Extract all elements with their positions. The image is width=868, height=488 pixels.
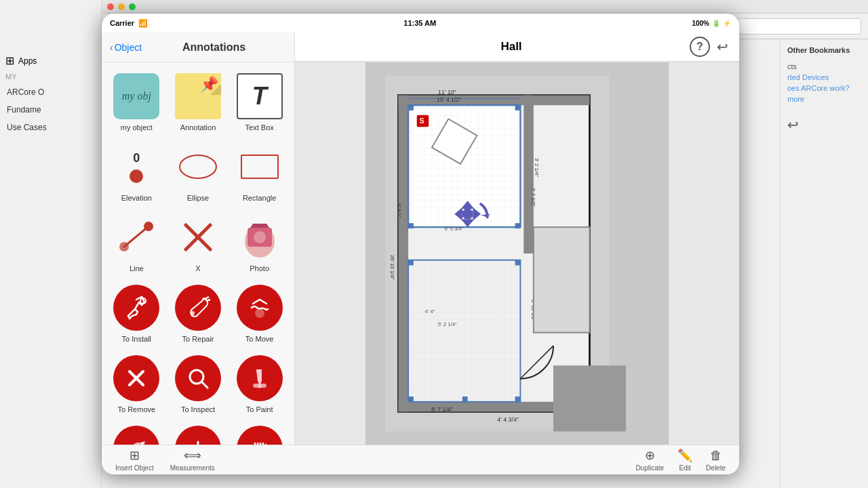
arcore-works-link[interactable]: oes ARCore work? (787, 84, 861, 92)
svg-rect-54 (408, 260, 414, 266)
svg-rect-53 (515, 223, 521, 228)
annotation-text-box[interactable]: T Text Box (230, 68, 289, 136)
measurements-button[interactable]: ⟺ Measurements (170, 448, 215, 472)
line-icon (113, 214, 159, 260)
svg-text:10' 4 1/2": 10' 4 1/2" (437, 96, 461, 103)
annotation-blow-dryer[interactable] (107, 420, 166, 445)
svg-text:4' 4 3/4": 4' 4 3/4" (497, 416, 519, 423)
annotation-photo[interactable]: Photo (230, 209, 289, 277)
pin-icon: 📌 (200, 76, 218, 94)
maximize-button[interactable] (129, 3, 136, 10)
annotation-line[interactable]: Line (107, 209, 166, 277)
svg-text:11' 10": 11' 10" (438, 89, 456, 96)
annotation-to-paint[interactable]: To Paint (230, 350, 289, 418)
undo-button[interactable]: ↩ (787, 117, 799, 133)
svg-point-7 (191, 311, 195, 315)
to-move-icon (237, 285, 283, 331)
rectangle-label: Rectangle (243, 194, 277, 202)
annotation-to-inspect[interactable]: To Inspect (169, 350, 228, 418)
annotation-to-move[interactable]: To Move (230, 279, 289, 347)
svg-point-16 (258, 384, 262, 388)
annotation-to-repair[interactable]: To Repair (169, 279, 228, 347)
photo-label: Photo (250, 264, 269, 272)
status-bar: Carrier 📶 11:35 AM 100% 🔋 ⚡ (102, 14, 739, 33)
undo-icon[interactable]: ↩ (717, 39, 728, 55)
annotation-to-remove[interactable]: To Remove (107, 350, 166, 418)
annotation-comb[interactable] (230, 420, 289, 445)
annotation-ellipse[interactable]: Ellipse (169, 138, 228, 206)
help-button[interactable]: ? (690, 37, 710, 57)
svg-rect-58 (462, 396, 468, 402)
svg-text:26' 10 1/4": 26' 10 1/4" (389, 255, 395, 280)
sidebar-use-cases[interactable]: Use Cases (0, 119, 101, 136)
status-time: 11:35 AM (403, 19, 436, 27)
apps-label[interactable]: Apps (18, 56, 37, 66)
annotation-note[interactable]: 📌 Annotation (169, 68, 228, 136)
annotation-my-object[interactable]: my obj my object (107, 68, 166, 136)
edit-button[interactable]: ✏️ Edit (677, 448, 692, 472)
svg-line-1 (124, 226, 149, 247)
svg-point-5 (254, 231, 266, 243)
to-remove-icon (113, 355, 159, 401)
text-box-icon: T (237, 73, 283, 119)
to-paint-icon (237, 355, 283, 401)
annotation-to-install[interactable]: To Install (107, 279, 166, 347)
svg-text:S: S (420, 117, 425, 125)
svg-text:6' 5 3/4": 6' 5 3/4" (445, 226, 464, 232)
minimize-button[interactable] (118, 3, 125, 10)
status-right: 100% 🔋 ⚡ (692, 20, 731, 27)
to-inspect-icon (175, 355, 221, 401)
back-chevron-icon: ‹ (110, 42, 113, 53)
battery-label: 100% (692, 20, 709, 27)
toolbar-left: ⊞ Insert Object ⟺ Measurements (115, 448, 215, 472)
ipad-screen: Carrier 📶 11:35 AM 100% 🔋 ⚡ ‹ Object Ann… (102, 14, 739, 474)
svg-text:5' 2 1/4": 5' 2 1/4" (438, 321, 457, 327)
photo-icon (237, 214, 283, 260)
svg-text:3' 2 1/4": 3' 2 1/4" (534, 158, 540, 177)
svg-rect-55 (515, 260, 521, 266)
duplicate-button[interactable]: ⊕ Duplicate (635, 448, 664, 472)
to-repair-label: To Repair (182, 335, 214, 343)
carrier-label: Carrier (110, 19, 134, 27)
svg-rect-73 (534, 227, 590, 333)
svg-rect-37 (408, 260, 520, 402)
insert-object-button[interactable]: ⊞ Insert Object (115, 448, 154, 472)
annotation-x[interactable]: X (169, 209, 228, 277)
back-button[interactable]: ‹ Object (110, 42, 142, 53)
elevation-label: Elevation (121, 194, 152, 202)
back-label: Object (115, 42, 142, 53)
my-object-icon: my obj (113, 73, 159, 119)
svg-point-10 (256, 309, 264, 317)
close-button[interactable] (107, 3, 114, 10)
annotation-note-label: Annotation (180, 123, 216, 131)
insert-object-icon: ⊞ (130, 448, 140, 463)
duplicate-icon: ⊕ (645, 448, 655, 463)
sidebar-fundamentals[interactable]: Fundame (0, 101, 101, 119)
insert-object-label: Insert Object (115, 464, 154, 472)
svg-rect-46 (463, 211, 473, 218)
sidebar-arcore[interactable]: ARCore O (0, 83, 101, 101)
to-install-label: To Install (122, 335, 151, 343)
delete-button[interactable]: 🗑 Delete (706, 449, 726, 472)
battery-icon: 🔋 (712, 20, 720, 27)
measurements-icon: ⟺ (184, 448, 201, 463)
annotation-plunger[interactable] (169, 420, 228, 445)
bookmarks-title: Other Bookmarks (787, 46, 850, 54)
more-link[interactable]: more (787, 95, 861, 103)
rted-devices-link[interactable]: rted Devices (787, 73, 861, 81)
status-left: Carrier 📶 (110, 19, 148, 28)
to-install-icon (113, 285, 159, 331)
annotation-elevation[interactable]: 0 Elevation (107, 138, 166, 206)
comb-icon (237, 426, 283, 445)
cts-link[interactable]: cts (787, 62, 861, 70)
ellipse-icon (179, 155, 217, 179)
ipad-frame: Carrier 📶 11:35 AM 100% 🔋 ⚡ ‹ Object Ann… (102, 14, 739, 474)
to-inspect-label: To Inspect (181, 405, 215, 413)
svg-text:8' 7 1/4": 8' 7 1/4" (431, 406, 453, 413)
svg-rect-74 (553, 365, 626, 431)
ellipse-label: Ellipse (187, 194, 209, 202)
svg-text:6' 9 1": 6' 9 1" (396, 203, 402, 218)
annotation-rectangle[interactable]: Rectangle (230, 138, 289, 206)
blow-dryer-icon (113, 426, 159, 445)
delete-icon: 🗑 (710, 449, 722, 463)
